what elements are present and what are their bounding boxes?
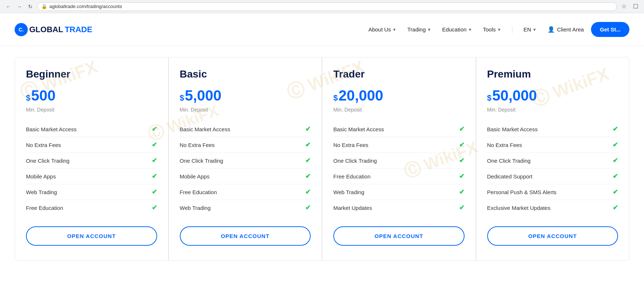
- chevron-down-icon: ▼: [427, 27, 431, 32]
- address-bar[interactable]: 🔒 aglobaltrade.com/trading/accounts: [37, 2, 617, 11]
- check-icon: ✔: [613, 204, 618, 212]
- check-icon: ✔: [152, 141, 157, 149]
- price-label: Min. Deposit: [26, 107, 54, 113]
- check-icon: ✔: [613, 172, 618, 180]
- feature-item: Free Education ✔: [26, 200, 157, 215]
- price-amount: 50,000: [492, 87, 537, 104]
- feature-label: No Extra Fees: [26, 142, 61, 148]
- feature-label: Dedicated Support: [487, 173, 533, 180]
- feature-item: Basic Market Access ✔: [487, 121, 618, 137]
- feature-label: One Click Trading: [333, 158, 377, 164]
- logo-global: GLOBAL: [29, 25, 63, 34]
- feature-item: Mobile Apps ✔: [180, 169, 311, 184]
- open-account-button[interactable]: OPEN ACCOUNT: [26, 226, 157, 246]
- feature-label: Mobile Apps: [26, 173, 56, 180]
- feature-label: One Click Trading: [180, 158, 223, 164]
- forward-button[interactable]: →: [15, 3, 23, 11]
- price-amount: 20,000: [338, 87, 383, 104]
- reload-button[interactable]: ↻: [26, 3, 34, 11]
- main-content: Ⓒ WikiFX Ⓒ WikiFX Ⓒ WikiFX Ⓒ WikiFX Ⓒ Wi…: [0, 46, 644, 275]
- check-icon: ✔: [305, 188, 311, 196]
- check-icon: ✔: [305, 125, 311, 133]
- logo-trade: TRADE: [65, 25, 92, 34]
- check-icon: ✔: [152, 188, 157, 196]
- open-account-button[interactable]: OPEN ACCOUNT: [333, 226, 465, 246]
- price-currency: $: [26, 93, 30, 103]
- chevron-down-icon: ▼: [468, 27, 472, 32]
- feature-label: Free Education: [180, 189, 217, 195]
- price-amount: 5,000: [185, 87, 221, 104]
- feature-item: One Click Trading ✔: [180, 153, 311, 169]
- feature-item: Web Trading ✔: [26, 184, 157, 200]
- feature-label: Basic Market Access: [333, 126, 384, 132]
- price-currency: $: [487, 93, 492, 103]
- browser-bar: ← → ↻ 🔒 aglobaltrade.com/trading/account…: [0, 0, 644, 13]
- feature-item: Free Education ✔: [333, 169, 465, 184]
- feature-label: No Extra Fees: [487, 142, 522, 148]
- nav-about-us[interactable]: About Us ▼: [368, 26, 397, 33]
- plan-card-beginner: Beginner $ 500 Min. Deposit Basic Market…: [15, 57, 168, 261]
- price-amount: 500: [31, 87, 56, 104]
- feature-label: Web Trading: [333, 189, 364, 195]
- open-account-button[interactable]: OPEN ACCOUNT: [180, 226, 311, 246]
- plan-price: $ 20,000: [333, 87, 383, 104]
- feature-label: No Extra Fees: [333, 142, 368, 148]
- feature-item: No Extra Fees ✔: [333, 137, 465, 153]
- check-icon: ✔: [152, 156, 157, 165]
- plan-card-premium: Premium $ 50,000 Min. Deposit Basic Mark…: [476, 57, 630, 261]
- extensions-icon[interactable]: ☐: [632, 3, 640, 11]
- back-button[interactable]: ←: [4, 3, 12, 11]
- site-header: GLOBALTRADE About Us ▼ Trading ▼ Educati…: [0, 13, 644, 46]
- feature-label: Exclusive Market Updates: [487, 205, 550, 211]
- check-icon: ✔: [613, 156, 618, 165]
- feature-item: Basic Market Access ✔: [333, 121, 465, 137]
- check-icon: ✔: [305, 204, 311, 212]
- feature-item: No Extra Fees ✔: [26, 137, 157, 153]
- feature-item: No Extra Fees ✔: [487, 137, 618, 153]
- feature-item: Exclusive Market Updates ✔: [487, 200, 618, 215]
- feature-label: Personal Push & SMS Alerts: [487, 189, 557, 195]
- open-account-button[interactable]: OPEN ACCOUNT: [487, 226, 618, 246]
- feature-label: Web Trading: [180, 205, 211, 211]
- check-icon: ✔: [613, 141, 618, 149]
- price-currency: $: [180, 93, 184, 103]
- logo[interactable]: GLOBALTRADE: [15, 23, 92, 36]
- feature-label: One Click Trading: [26, 158, 69, 164]
- plan-card-trader: Trader $ 20,000 Min. Deposit Basic Marke…: [322, 57, 476, 261]
- plan-name: Premium: [487, 68, 618, 80]
- plan-card-basic: Basic $ 5,000 Min. Deposit Basic Market …: [168, 57, 322, 261]
- feature-label: Basic Market Access: [487, 126, 538, 132]
- feature-item: Personal Push & SMS Alerts ✔: [487, 184, 618, 200]
- get-started-button[interactable]: Get St...: [591, 22, 629, 37]
- feature-label: Free Education: [333, 173, 371, 180]
- check-icon: ✔: [613, 125, 618, 133]
- star-icon[interactable]: ☆: [620, 3, 628, 11]
- nav-education[interactable]: Education ▼: [442, 26, 472, 33]
- features-list: Basic Market Access ✔ No Extra Fees ✔ On…: [26, 121, 157, 215]
- plan-name: Basic: [180, 68, 311, 80]
- check-icon: ✔: [152, 172, 157, 180]
- chevron-down-icon: ▼: [393, 27, 397, 32]
- feature-item: Dedicated Support ✔: [487, 169, 618, 184]
- nav-language[interactable]: EN ▼: [523, 26, 537, 33]
- feature-item: Web Trading ✔: [333, 184, 465, 200]
- check-icon: ✔: [459, 125, 465, 133]
- feature-item: Mobile Apps ✔: [26, 169, 157, 184]
- user-icon: 👤: [548, 26, 555, 33]
- feature-label: Market Updates: [333, 205, 372, 211]
- plan-price: $ 50,000: [487, 87, 537, 104]
- nav-tools[interactable]: Tools ▼: [483, 26, 501, 33]
- check-icon: ✔: [459, 141, 465, 149]
- nav-client-area[interactable]: 👤 Client Area: [548, 26, 584, 33]
- nav-trading[interactable]: Trading ▼: [407, 26, 431, 33]
- plans-grid: Beginner $ 500 Min. Deposit Basic Market…: [15, 57, 629, 261]
- features-list: Basic Market Access ✔ No Extra Fees ✔ On…: [487, 121, 618, 215]
- price-label: Min. Deposit: [487, 107, 516, 113]
- features-list: Basic Market Access ✔ No Extra Fees ✔ On…: [180, 121, 311, 215]
- feature-label: One Click Trading: [487, 158, 531, 164]
- plan-price: $ 500: [26, 87, 56, 104]
- plan-price: $ 5,000: [180, 87, 221, 104]
- feature-label: Basic Market Access: [26, 126, 76, 132]
- feature-item: One Click Trading ✔: [333, 153, 465, 169]
- price-label: Min. Deposit: [333, 107, 362, 113]
